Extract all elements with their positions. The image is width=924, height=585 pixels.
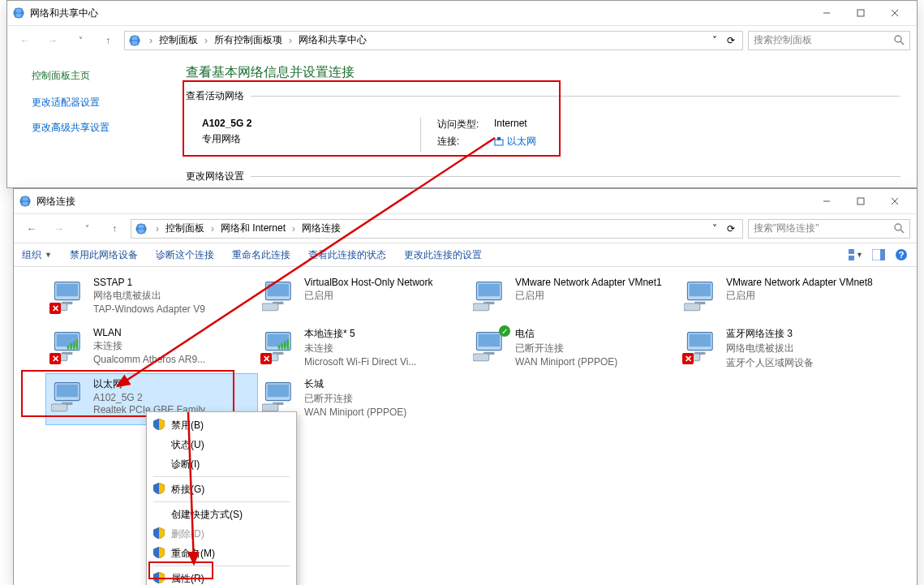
- connection-status: 已启用: [726, 289, 873, 303]
- toolbar-item[interactable]: 更改此连接的设置: [404, 248, 482, 262]
- ethernet-icon: [494, 137, 504, 147]
- breadcrumb-item[interactable]: 网络连接: [300, 222, 342, 235]
- breadcrumb-item[interactable]: 网络和 Internet: [219, 222, 287, 235]
- nav-up-button[interactable]: ↑: [97, 29, 119, 52]
- connection-status: 未连接: [304, 342, 416, 355]
- active-network-panel: A102_5G 2 专用网络 访问类型: Internet 连接: 以太网: [186, 118, 900, 152]
- nav-up-button[interactable]: ↑: [103, 217, 126, 240]
- context-menu-item[interactable]: 禁用(B): [148, 415, 294, 435]
- breadcrumb-item[interactable]: 控制面板: [157, 33, 200, 47]
- navbar: ← → ˅ ↑ 控制面板 所有控制面板项 网络和共享中心 ˅ ⟳ 搜索控制面板: [7, 25, 917, 54]
- context-menu-item[interactable]: 桥接(G): [148, 480, 294, 499]
- search-input[interactable]: 搜索"网络连接": [748, 219, 910, 239]
- minimize-button[interactable]: [810, 190, 844, 213]
- nav-history-button[interactable]: ˅: [75, 217, 98, 240]
- close-button[interactable]: [878, 2, 912, 24]
- context-menu-item[interactable]: 创建快捷方式(S): [148, 505, 294, 524]
- minimize-button[interactable]: [810, 2, 844, 24]
- uac-shield-icon: [153, 419, 165, 430]
- connection-item[interactable]: ✕蓝牙网络连接 3网络电缆被拔出蓝牙个人区域网设备: [679, 324, 890, 374]
- breadcrumb-item[interactable]: 网络和共享中心: [297, 33, 368, 47]
- section-label: 更改网络设置: [186, 170, 244, 183]
- sidebar-title: 控制面板主页: [32, 69, 170, 83]
- nav-forward-button[interactable]: →: [41, 29, 64, 52]
- connection-device: Qualcomm Atheros AR9...: [93, 354, 205, 365]
- refresh-icon[interactable]: ⟳: [723, 35, 739, 46]
- svg-rect-21: [849, 249, 854, 254]
- close-button[interactable]: [878, 190, 912, 213]
- nav-history-button[interactable]: ˅: [69, 29, 92, 52]
- connection-name: 本地连接* 5: [304, 327, 416, 341]
- search-placeholder: 搜索控制面板: [754, 33, 812, 47]
- nav-back-button[interactable]: ←: [14, 29, 37, 52]
- svg-rect-12: [857, 10, 864, 16]
- network-adapter-icon: ✕: [51, 277, 87, 312]
- breadcrumb-item[interactable]: 控制面板: [164, 222, 206, 235]
- breadcrumb[interactable]: 控制面板 网络和 Internet 网络连接 ˅ ⟳: [131, 219, 743, 239]
- menu-separator: [153, 566, 290, 566]
- connection-link[interactable]: 以太网: [494, 135, 536, 148]
- context-menu-item[interactable]: 状态(U): [148, 435, 294, 454]
- network-adapter-icon: [473, 277, 509, 312]
- maximize-button[interactable]: [844, 2, 878, 24]
- maximize-button[interactable]: [844, 190, 878, 213]
- connection-item[interactable]: VMware Network Adapter VMnet1已启用: [468, 273, 679, 324]
- path-icon: [135, 222, 148, 235]
- connection-device: TAP-Windows Adapter V9: [93, 303, 205, 315]
- navbar: ← → ˅ ↑ 控制面板 网络和 Internet 网络连接 ˅ ⟳ 搜索"网络…: [14, 213, 917, 243]
- connection-item[interactable]: ✕WLAN未连接Qualcomm Atheros AR9...: [46, 324, 257, 374]
- sidebar-link[interactable]: 更改适配器设置: [32, 96, 170, 110]
- svg-rect-23: [849, 256, 854, 260]
- nav-back-button[interactable]: ←: [20, 217, 43, 240]
- nav-forward-button[interactable]: →: [48, 217, 71, 240]
- svg-rect-18: [857, 198, 864, 204]
- connection-name: VMware Network Adapter VMnet1: [515, 277, 662, 288]
- breadcrumb-item[interactable]: 所有控制面板项: [213, 33, 284, 47]
- connection-item[interactable]: VMware Network Adapter VMnet8已启用: [679, 273, 890, 324]
- uac-shield-icon: [153, 547, 165, 558]
- titlebar: 网络连接: [14, 189, 917, 213]
- sidebar-link[interactable]: 更改高级共享设置: [32, 121, 170, 135]
- context-menu-label: 重命名(M): [171, 547, 215, 561]
- network-adapter-icon: ✕: [684, 327, 720, 363]
- toolbar-item[interactable]: 查看此连接的状态: [308, 248, 386, 262]
- toolbar-item[interactable]: 禁用此网络设备: [70, 248, 138, 262]
- context-menu-item[interactable]: 属性(R): [148, 569, 294, 585]
- connection-status: 已断开连接: [515, 342, 617, 355]
- breadcrumb-dropdown-icon[interactable]: ˅: [707, 35, 723, 46]
- connection-item[interactable]: ✓电信已断开连接WAN Miniport (PPPOE): [468, 324, 679, 374]
- network-adapter-icon: [51, 377, 87, 413]
- preview-pane-icon[interactable]: [871, 247, 886, 262]
- breadcrumb[interactable]: 控制面板 所有控制面板项 网络和共享中心 ˅ ⟳: [124, 31, 743, 50]
- search-placeholder: 搜索"网络连接": [754, 222, 819, 235]
- context-menu-item[interactable]: 重命名(M): [148, 544, 294, 563]
- search-input[interactable]: 搜索控制面板: [748, 31, 910, 50]
- sidebar: 控制面板主页 更改适配器设置 更改高级共享设置: [7, 54, 170, 200]
- page-heading: 查看基本网络信息并设置连接: [186, 64, 900, 81]
- connection-name: 长城: [304, 377, 406, 391]
- help-icon[interactable]: ?: [894, 247, 909, 262]
- view-icon[interactable]: ▼: [849, 247, 863, 262]
- access-type-value: Internet: [494, 118, 527, 131]
- context-menu-label: 删除(D): [171, 527, 204, 541]
- connection-name: 以太网: [93, 377, 213, 391]
- connection-item[interactable]: VirtualBox Host-Only Network已启用: [257, 273, 468, 324]
- connection-status: 已断开连接: [304, 392, 406, 406]
- connection-status: A102_5G 2: [93, 392, 213, 403]
- network-type: 专用网络: [202, 132, 404, 146]
- network-adapter-icon: [262, 377, 298, 413]
- connection-name: VirtualBox Host-Only Network: [304, 277, 433, 288]
- context-menu: 禁用(B)状态(U)诊断(I)桥接(G)创建快捷方式(S)删除(D)重命名(M)…: [146, 411, 297, 585]
- app-icon: [12, 6, 25, 19]
- toolbar-item[interactable]: 重命名此连接: [232, 248, 290, 262]
- breadcrumb-dropdown-icon[interactable]: ˅: [707, 223, 723, 234]
- window-title: 网络和共享中心: [30, 6, 98, 20]
- toolbar-item[interactable]: 诊断这个连接: [156, 248, 214, 262]
- refresh-icon[interactable]: ⟳: [723, 223, 739, 234]
- connection-item[interactable]: ✕本地连接* 5未连接Microsoft Wi-Fi Direct Vi...: [257, 324, 468, 374]
- uac-shield-icon: [153, 483, 165, 494]
- connection-name: 电信: [515, 327, 617, 341]
- context-menu-item[interactable]: 诊断(I): [148, 454, 294, 474]
- connection-item[interactable]: ✕SSTAP 1网络电缆被拔出TAP-Windows Adapter V9: [46, 273, 257, 324]
- toolbar-organize[interactable]: 组织 ▼: [22, 248, 52, 262]
